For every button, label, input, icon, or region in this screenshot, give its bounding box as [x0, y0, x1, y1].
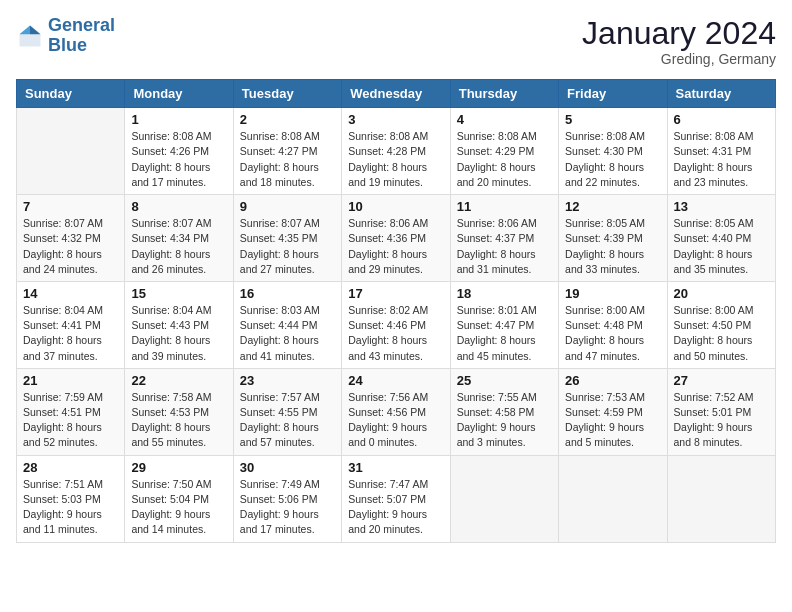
calendar-cell: 9Sunrise: 8:07 AMSunset: 4:35 PMDaylight…	[233, 195, 341, 282]
day-info: Sunrise: 7:57 AMSunset: 4:55 PMDaylight:…	[240, 390, 335, 451]
day-info: Sunrise: 8:07 AMSunset: 4:32 PMDaylight:…	[23, 216, 118, 277]
week-row-3: 14Sunrise: 8:04 AMSunset: 4:41 PMDayligh…	[17, 281, 776, 368]
week-row-5: 28Sunrise: 7:51 AMSunset: 5:03 PMDayligh…	[17, 455, 776, 542]
day-info: Sunrise: 8:06 AMSunset: 4:37 PMDaylight:…	[457, 216, 552, 277]
calendar-cell: 15Sunrise: 8:04 AMSunset: 4:43 PMDayligh…	[125, 281, 233, 368]
calendar-cell: 8Sunrise: 8:07 AMSunset: 4:34 PMDaylight…	[125, 195, 233, 282]
week-row-1: 1Sunrise: 8:08 AMSunset: 4:26 PMDaylight…	[17, 108, 776, 195]
day-number: 19	[565, 286, 660, 301]
weekday-header-thursday: Thursday	[450, 80, 558, 108]
day-info: Sunrise: 7:52 AMSunset: 5:01 PMDaylight:…	[674, 390, 769, 451]
day-number: 12	[565, 199, 660, 214]
day-number: 6	[674, 112, 769, 127]
day-info: Sunrise: 7:55 AMSunset: 4:58 PMDaylight:…	[457, 390, 552, 451]
day-info: Sunrise: 8:04 AMSunset: 4:41 PMDaylight:…	[23, 303, 118, 364]
title-block: January 2024 Greding, Germany	[582, 16, 776, 67]
day-info: Sunrise: 8:08 AMSunset: 4:30 PMDaylight:…	[565, 129, 660, 190]
calendar-cell: 30Sunrise: 7:49 AMSunset: 5:06 PMDayligh…	[233, 455, 341, 542]
calendar-cell: 31Sunrise: 7:47 AMSunset: 5:07 PMDayligh…	[342, 455, 450, 542]
logo-icon	[16, 22, 44, 50]
calendar-cell: 4Sunrise: 8:08 AMSunset: 4:29 PMDaylight…	[450, 108, 558, 195]
calendar-cell: 21Sunrise: 7:59 AMSunset: 4:51 PMDayligh…	[17, 368, 125, 455]
day-number: 10	[348, 199, 443, 214]
day-number: 9	[240, 199, 335, 214]
day-info: Sunrise: 8:07 AMSunset: 4:34 PMDaylight:…	[131, 216, 226, 277]
weekday-header-sunday: Sunday	[17, 80, 125, 108]
weekday-header-monday: Monday	[125, 80, 233, 108]
weekday-header-wednesday: Wednesday	[342, 80, 450, 108]
day-number: 2	[240, 112, 335, 127]
day-number: 20	[674, 286, 769, 301]
svg-marker-2	[30, 25, 41, 34]
calendar-cell: 22Sunrise: 7:58 AMSunset: 4:53 PMDayligh…	[125, 368, 233, 455]
day-info: Sunrise: 8:07 AMSunset: 4:35 PMDaylight:…	[240, 216, 335, 277]
calendar-cell: 1Sunrise: 8:08 AMSunset: 4:26 PMDaylight…	[125, 108, 233, 195]
week-row-2: 7Sunrise: 8:07 AMSunset: 4:32 PMDaylight…	[17, 195, 776, 282]
day-info: Sunrise: 8:06 AMSunset: 4:36 PMDaylight:…	[348, 216, 443, 277]
day-number: 14	[23, 286, 118, 301]
day-number: 23	[240, 373, 335, 388]
calendar-cell: 12Sunrise: 8:05 AMSunset: 4:39 PMDayligh…	[559, 195, 667, 282]
day-number: 4	[457, 112, 552, 127]
day-number: 29	[131, 460, 226, 475]
calendar-cell: 18Sunrise: 8:01 AMSunset: 4:47 PMDayligh…	[450, 281, 558, 368]
weekday-header-friday: Friday	[559, 80, 667, 108]
day-number: 5	[565, 112, 660, 127]
day-info: Sunrise: 8:05 AMSunset: 4:39 PMDaylight:…	[565, 216, 660, 277]
month-title: January 2024	[582, 16, 776, 51]
day-info: Sunrise: 8:08 AMSunset: 4:26 PMDaylight:…	[131, 129, 226, 190]
calendar-cell: 27Sunrise: 7:52 AMSunset: 5:01 PMDayligh…	[667, 368, 775, 455]
day-info: Sunrise: 7:56 AMSunset: 4:56 PMDaylight:…	[348, 390, 443, 451]
logo: General Blue	[16, 16, 115, 56]
day-number: 21	[23, 373, 118, 388]
calendar-cell: 3Sunrise: 8:08 AMSunset: 4:28 PMDaylight…	[342, 108, 450, 195]
day-number: 17	[348, 286, 443, 301]
day-number: 25	[457, 373, 552, 388]
day-number: 16	[240, 286, 335, 301]
day-number: 22	[131, 373, 226, 388]
calendar-cell: 28Sunrise: 7:51 AMSunset: 5:03 PMDayligh…	[17, 455, 125, 542]
day-number: 7	[23, 199, 118, 214]
day-number: 24	[348, 373, 443, 388]
logo-text: General Blue	[48, 16, 115, 56]
location: Greding, Germany	[582, 51, 776, 67]
weekday-header-tuesday: Tuesday	[233, 80, 341, 108]
day-number: 13	[674, 199, 769, 214]
day-number: 1	[131, 112, 226, 127]
calendar-cell: 19Sunrise: 8:00 AMSunset: 4:48 PMDayligh…	[559, 281, 667, 368]
calendar-cell: 25Sunrise: 7:55 AMSunset: 4:58 PMDayligh…	[450, 368, 558, 455]
calendar-cell: 20Sunrise: 8:00 AMSunset: 4:50 PMDayligh…	[667, 281, 775, 368]
day-info: Sunrise: 7:59 AMSunset: 4:51 PMDaylight:…	[23, 390, 118, 451]
day-number: 8	[131, 199, 226, 214]
day-number: 15	[131, 286, 226, 301]
day-info: Sunrise: 8:05 AMSunset: 4:40 PMDaylight:…	[674, 216, 769, 277]
day-info: Sunrise: 7:58 AMSunset: 4:53 PMDaylight:…	[131, 390, 226, 451]
calendar-cell	[17, 108, 125, 195]
day-number: 11	[457, 199, 552, 214]
calendar-cell: 14Sunrise: 8:04 AMSunset: 4:41 PMDayligh…	[17, 281, 125, 368]
calendar-cell	[667, 455, 775, 542]
weekday-header-row: SundayMondayTuesdayWednesdayThursdayFrid…	[17, 80, 776, 108]
day-info: Sunrise: 7:51 AMSunset: 5:03 PMDaylight:…	[23, 477, 118, 538]
calendar-cell: 2Sunrise: 8:08 AMSunset: 4:27 PMDaylight…	[233, 108, 341, 195]
day-number: 27	[674, 373, 769, 388]
calendar-cell: 13Sunrise: 8:05 AMSunset: 4:40 PMDayligh…	[667, 195, 775, 282]
page-header: General Blue January 2024 Greding, Germa…	[16, 16, 776, 67]
day-number: 30	[240, 460, 335, 475]
day-number: 28	[23, 460, 118, 475]
calendar-cell: 29Sunrise: 7:50 AMSunset: 5:04 PMDayligh…	[125, 455, 233, 542]
day-info: Sunrise: 8:08 AMSunset: 4:28 PMDaylight:…	[348, 129, 443, 190]
day-info: Sunrise: 8:08 AMSunset: 4:27 PMDaylight:…	[240, 129, 335, 190]
calendar-cell: 17Sunrise: 8:02 AMSunset: 4:46 PMDayligh…	[342, 281, 450, 368]
calendar-cell: 5Sunrise: 8:08 AMSunset: 4:30 PMDaylight…	[559, 108, 667, 195]
calendar-table: SundayMondayTuesdayWednesdayThursdayFrid…	[16, 79, 776, 542]
day-info: Sunrise: 7:49 AMSunset: 5:06 PMDaylight:…	[240, 477, 335, 538]
day-number: 18	[457, 286, 552, 301]
day-number: 3	[348, 112, 443, 127]
day-info: Sunrise: 7:50 AMSunset: 5:04 PMDaylight:…	[131, 477, 226, 538]
day-info: Sunrise: 8:00 AMSunset: 4:48 PMDaylight:…	[565, 303, 660, 364]
calendar-cell	[450, 455, 558, 542]
weekday-header-saturday: Saturday	[667, 80, 775, 108]
calendar-cell: 16Sunrise: 8:03 AMSunset: 4:44 PMDayligh…	[233, 281, 341, 368]
svg-marker-3	[20, 25, 31, 34]
